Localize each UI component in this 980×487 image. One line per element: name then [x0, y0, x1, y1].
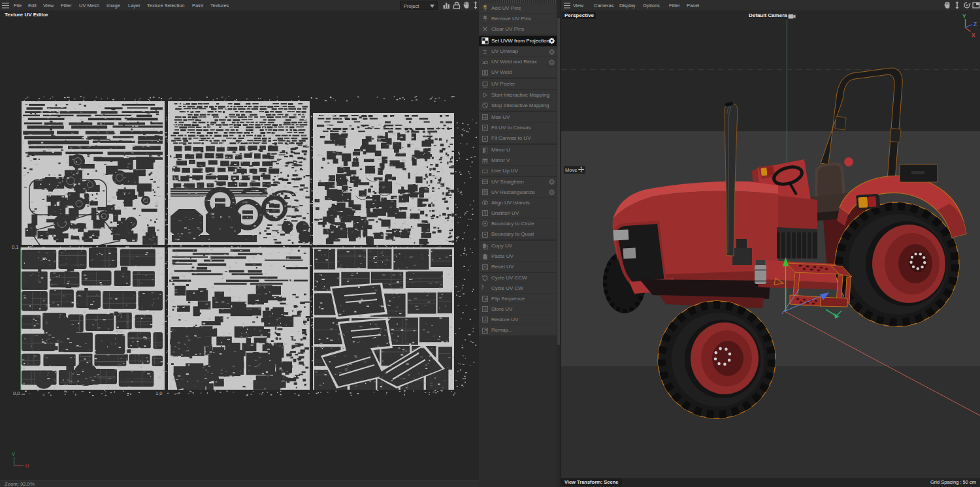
svg-text:U: U: [25, 463, 29, 469]
svg-text:X: X: [972, 32, 975, 39]
svg-text:Y: Y: [962, 13, 966, 20]
svg-text:Z: Z: [973, 21, 977, 27]
svg-text:V: V: [12, 451, 15, 457]
